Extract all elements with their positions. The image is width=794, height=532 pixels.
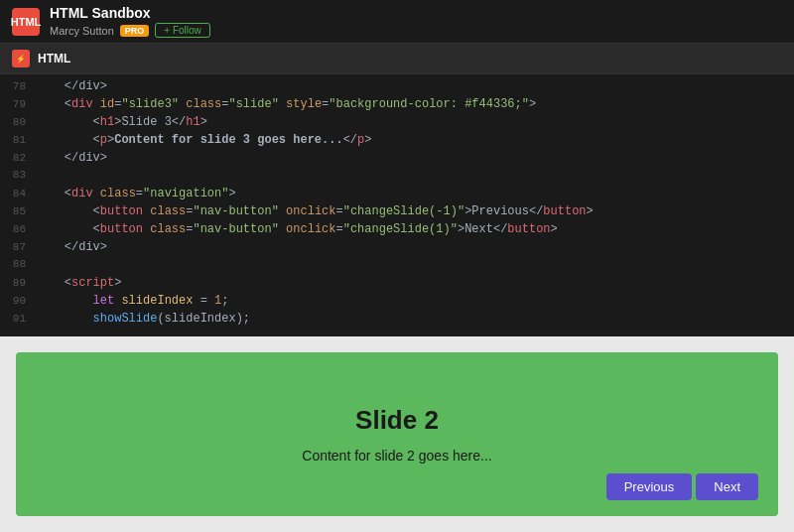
- code-header: ⚡ HTML: [0, 44, 794, 74]
- line-number: 83: [0, 169, 36, 181]
- app-logo: HTML: [12, 8, 40, 36]
- code-line: 83: [0, 168, 794, 186]
- code-panel: ⚡ HTML 78 </div>79 <div id="slide3" clas…: [0, 44, 794, 336]
- line-number: 91: [0, 313, 36, 325]
- logo-text: HTML: [11, 16, 42, 28]
- line-content: showSlide(slideIndex);: [36, 312, 250, 326]
- preview-panel: Slide 2 Content for slide 2 goes here...…: [0, 336, 794, 532]
- code-line: 91 showSlide(slideIndex);: [0, 311, 794, 329]
- line-content: <button class="nav-button" onclick="chan…: [36, 222, 558, 236]
- code-line: 82 </div>: [0, 150, 794, 168]
- line-number: 81: [0, 134, 36, 146]
- line-content: <div class="navigation">: [36, 187, 236, 200]
- slide-title: Slide 2: [355, 405, 439, 436]
- follow-label: + Follow: [164, 25, 201, 36]
- code-line: 80 <h1>Slide 3</h1>: [0, 114, 794, 132]
- code-line: 85 <button class="nav-button" onclick="c…: [0, 203, 794, 221]
- follow-button[interactable]: + Follow: [155, 23, 210, 38]
- app-header: HTML HTML Sandbox Marcy Sutton PRO + Fol…: [0, 0, 794, 44]
- line-number: 89: [0, 277, 36, 289]
- line-content: <p>Content for slide 3 goes here...</p>: [36, 133, 371, 147]
- line-number: 79: [0, 98, 36, 110]
- slide-content: Content for slide 2 goes here...: [302, 448, 491, 464]
- line-content: </div>: [36, 240, 107, 254]
- line-number: 85: [0, 205, 36, 217]
- line-number: 86: [0, 223, 36, 235]
- line-number: 88: [0, 258, 36, 270]
- code-line: 89 <script>: [0, 275, 794, 293]
- code-line: 78 </div>: [0, 78, 794, 96]
- line-content: <script>: [36, 276, 121, 290]
- line-number: 78: [0, 80, 36, 92]
- title-area: HTML Sandbox Marcy Sutton PRO + Follow: [50, 5, 210, 38]
- line-number: 82: [0, 152, 36, 164]
- line-number: 90: [0, 295, 36, 307]
- line-content: </div>: [36, 79, 107, 93]
- code-line: 87 </div>: [0, 239, 794, 257]
- user-name: Marcy Sutton: [50, 25, 114, 37]
- code-line: 84 <div class="navigation">: [0, 186, 794, 203]
- code-lang-label: HTML: [38, 52, 70, 66]
- code-line: 86 <button class="nav-button" onclick="c…: [0, 221, 794, 239]
- line-content: <div id="slide3" class="slide" style="ba…: [36, 97, 536, 111]
- code-editor: 78 </div>79 <div id="slide3" class="slid…: [0, 74, 794, 332]
- code-line: 90 let slideIndex = 1;: [0, 293, 794, 311]
- nav-buttons: Previous Next: [606, 473, 758, 500]
- line-content: <h1>Slide 3</h1>: [36, 115, 207, 129]
- next-button[interactable]: Next: [696, 473, 758, 500]
- user-row: Marcy Sutton PRO + Follow: [50, 23, 210, 38]
- pro-badge: PRO: [120, 25, 150, 37]
- code-line: 79 <div id="slide3" class="slide" style=…: [0, 96, 794, 114]
- code-line: 81 <p>Content for slide 3 goes here...</…: [0, 132, 794, 150]
- line-content: let slideIndex = 1;: [36, 294, 228, 308]
- line-content: <button class="nav-button" onclick="chan…: [36, 204, 594, 218]
- code-line: 88: [0, 257, 794, 275]
- html-icon: ⚡: [12, 50, 30, 67]
- previous-button[interactable]: Previous: [606, 473, 693, 500]
- line-number: 80: [0, 116, 36, 128]
- line-number: 87: [0, 241, 36, 253]
- app-title: HTML Sandbox: [50, 5, 210, 21]
- slide-container: Slide 2 Content for slide 2 goes here...…: [16, 352, 778, 516]
- line-number: 84: [0, 188, 36, 200]
- line-content: </div>: [36, 151, 107, 165]
